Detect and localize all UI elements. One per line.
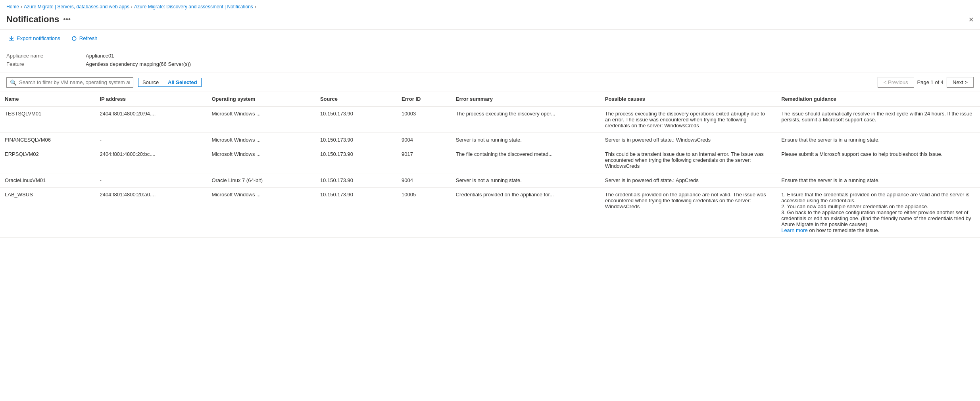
download-icon	[9, 36, 14, 41]
cell-os: Oracle Linux 7 (64-bit)	[207, 173, 315, 188]
col-header-possible-causes: Possible causes	[600, 92, 776, 106]
table-row: ERPSQLVM02 2404:f801:4800:20:bc.... Micr…	[0, 147, 980, 173]
cell-source: 10.150.173.90	[315, 188, 397, 238]
cell-name: OracleLinuxVM01	[0, 173, 95, 188]
table-container: Name IP address Operating system Source …	[0, 92, 980, 238]
cell-os: Microsoft Windows ...	[207, 147, 315, 173]
cell-source: 10.150.173.90	[315, 173, 397, 188]
cell-source: 10.150.173.90	[315, 106, 397, 133]
breadcrumb-servers[interactable]: Azure Migrate | Servers, databases and w…	[24, 4, 129, 10]
cell-ip: 2404:f801:4800:20:94....	[95, 106, 207, 133]
breadcrumb-sep-3: ›	[255, 4, 256, 10]
cell-error-id: 10003	[397, 106, 451, 133]
cell-name: ERPSQLVM02	[0, 147, 95, 173]
col-header-error-id: Error ID	[397, 92, 451, 106]
cell-possible-causes: Server is in powered off state.: Windows…	[600, 133, 776, 147]
notifications-table: Name IP address Operating system Source …	[0, 92, 980, 238]
cell-possible-causes: This could be a transient issue due to a…	[600, 147, 776, 173]
cell-ip: 2404:f801:4800:20:a0....	[95, 188, 207, 238]
cell-os: Microsoft Windows ...	[207, 133, 315, 147]
export-notifications-button[interactable]: Export notifications	[6, 34, 63, 43]
pagination: < Previous Page 1 of 4 Next >	[878, 77, 974, 88]
col-header-remediation: Remediation guidance	[776, 92, 980, 106]
feature-label: Feature	[6, 61, 86, 67]
learn-more-link[interactable]: Learn more	[781, 227, 807, 233]
cell-remediation: Please submit a Microsoft support case t…	[776, 147, 980, 173]
cell-name: TESTSQLVM01	[0, 106, 95, 133]
cell-error-id: 9017	[397, 147, 451, 173]
cell-remediation: 1. Ensure that the credentials provided …	[776, 188, 980, 238]
cell-os: Microsoft Windows ...	[207, 106, 315, 133]
page-title: Notifications	[6, 14, 59, 25]
cell-name: LAB_WSUS	[0, 188, 95, 238]
filter-row: 🔍 Source == All Selected < Previous Page…	[0, 73, 980, 92]
more-options-icon[interactable]: •••	[63, 15, 71, 24]
cell-ip: -	[95, 173, 207, 188]
cell-remediation: Ensure that the server is in a running s…	[776, 173, 980, 188]
appliance-value: Appliance01	[86, 53, 114, 59]
col-header-error-summary: Error summary	[451, 92, 600, 106]
cell-error-id: 10005	[397, 188, 451, 238]
appliance-label: Appliance name	[6, 53, 86, 59]
feature-row: Feature Agentless dependency mapping(66 …	[6, 61, 974, 67]
breadcrumb-sep-2: ›	[131, 4, 133, 10]
search-icon: 🔍	[10, 79, 17, 86]
learn-more-suffix: on how to remediate the issue.	[808, 227, 880, 233]
meta-section: Appliance name Appliance01 Feature Agent…	[0, 47, 980, 73]
table-row: FINANCESQLVM06 - Microsoft Windows ... 1…	[0, 133, 980, 147]
refresh-icon	[71, 36, 77, 41]
cell-error-summary: Credentials provided on the appliance fo…	[451, 188, 600, 238]
table-row: OracleLinuxVM01 - Oracle Linux 7 (64-bit…	[0, 173, 980, 188]
cell-ip: 2404:f801:4800:20:bc....	[95, 147, 207, 173]
cell-remediation: The issue should automatically resolve i…	[776, 106, 980, 133]
cell-remediation: Ensure that the server is in a running s…	[776, 133, 980, 147]
search-box[interactable]: 🔍	[6, 77, 133, 88]
cell-error-id: 9004	[397, 133, 451, 147]
col-header-source: Source	[315, 92, 397, 106]
cell-error-summary: The file containing the discovered metad…	[451, 147, 600, 173]
table-header-row: Name IP address Operating system Source …	[0, 92, 980, 106]
col-header-os: Operating system	[207, 92, 315, 106]
breadcrumb: Home › Azure Migrate | Servers, database…	[0, 0, 980, 11]
previous-button[interactable]: < Previous	[878, 77, 914, 88]
cell-source: 10.150.173.90	[315, 147, 397, 173]
cell-error-summary: Server is not a running state.	[451, 133, 600, 147]
toolbar: Export notifications Refresh	[0, 30, 980, 47]
breadcrumb-home[interactable]: Home	[6, 4, 19, 10]
refresh-button[interactable]: Refresh	[69, 34, 100, 43]
filter-tag-value: All Selected	[168, 79, 197, 85]
appliance-row: Appliance name Appliance01	[6, 53, 974, 59]
table-row: TESTSQLVM01 2404:f801:4800:20:94.... Mic…	[0, 106, 980, 133]
close-icon[interactable]: ✕	[968, 16, 974, 23]
feature-value: Agentless dependency mapping(66 Server(s…	[86, 61, 191, 67]
cell-possible-causes: Server is in powered off state.: AppCred…	[600, 173, 776, 188]
col-header-name: Name	[0, 92, 95, 106]
breadcrumb-notifications[interactable]: Azure Migrate: Discovery and assessment …	[134, 4, 253, 10]
table-row: LAB_WSUS 2404:f801:4800:20:a0.... Micros…	[0, 188, 980, 238]
col-header-ip: IP address	[95, 92, 207, 106]
cell-error-id: 9004	[397, 173, 451, 188]
next-button[interactable]: Next >	[947, 77, 974, 88]
cell-name: FINANCESQLVM06	[0, 133, 95, 147]
cell-source: 10.150.173.90	[315, 133, 397, 147]
search-input[interactable]	[19, 79, 130, 85]
page-header: Notifications ••• ✕	[0, 11, 980, 30]
cell-os: Microsoft Windows ...	[207, 188, 315, 238]
cell-error-summary: The process executing the discovery oper…	[451, 106, 600, 133]
pagination-info: Page 1 of 4	[917, 79, 944, 85]
cell-possible-causes: The credentials provided on the applianc…	[600, 188, 776, 238]
cell-possible-causes: The process executing the discovery oper…	[600, 106, 776, 133]
breadcrumb-sep-1: ›	[21, 4, 22, 10]
cell-ip: -	[95, 133, 207, 147]
source-filter-tag[interactable]: Source == All Selected	[138, 78, 202, 87]
cell-error-summary: Server is not a running state.	[451, 173, 600, 188]
